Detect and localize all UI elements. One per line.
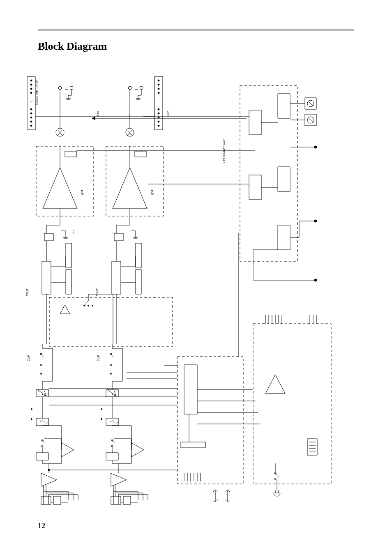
svg-point-89 xyxy=(70,86,73,90)
svg-point-103 xyxy=(30,113,32,114)
svg-point-46 xyxy=(41,373,42,375)
page-rule xyxy=(38,30,354,30)
svg-rect-118 xyxy=(123,496,131,504)
svg-marker-23 xyxy=(62,443,74,457)
svg-rect-64 xyxy=(66,269,71,294)
svg-rect-262 xyxy=(278,225,290,250)
svg-text:…: … xyxy=(157,99,161,103)
svg-line-45 xyxy=(41,354,44,357)
svg-point-323 xyxy=(274,478,276,480)
svg-marker-8 xyxy=(41,473,57,486)
svg-point-129 xyxy=(111,445,113,447)
svg-point-100 xyxy=(30,92,32,94)
svg-text:gnd: gnd xyxy=(81,190,84,195)
svg-point-58 xyxy=(88,305,89,306)
svg-point-105 xyxy=(30,121,32,122)
svg-point-155 xyxy=(111,373,112,375)
svg-point-188 xyxy=(140,86,143,90)
svg-rect-290 xyxy=(253,324,331,484)
svg-point-201 xyxy=(158,108,159,110)
svg-point-141 xyxy=(101,409,102,410)
svg-rect-179 xyxy=(135,151,146,157)
svg-point-32 xyxy=(31,409,32,410)
svg-point-187 xyxy=(128,86,131,90)
svg-text:B ch: B ch xyxy=(166,111,169,117)
svg-point-102 xyxy=(30,108,32,110)
svg-text:9 Point LED + CLIP: 9 Point LED + CLIP xyxy=(222,138,225,163)
svg-point-202 xyxy=(158,113,159,114)
block-diagram: A ch IN ht cld gnd HA HPF ON OFF /40 PHA… xyxy=(25,61,337,513)
svg-rect-62 xyxy=(42,261,51,294)
svg-line-60 xyxy=(84,301,88,306)
svg-line-22 xyxy=(42,440,44,443)
svg-point-104 xyxy=(30,117,32,118)
svg-point-140 xyxy=(101,419,102,420)
svg-text:9 Point LED + CLIP: 9 Point LED + CLIP xyxy=(36,80,39,105)
svg-point-31 xyxy=(31,419,32,420)
page-number: 12 xyxy=(38,522,45,530)
svg-rect-314 xyxy=(307,439,317,455)
svg-point-197 xyxy=(158,84,159,85)
svg-text:…: … xyxy=(30,99,33,103)
svg-point-196 xyxy=(158,80,159,81)
svg-line-322 xyxy=(275,473,279,477)
svg-rect-258 xyxy=(278,94,290,118)
svg-point-43 xyxy=(40,364,42,366)
svg-text:CLIP: CLIP xyxy=(27,355,30,361)
svg-point-205 xyxy=(158,125,159,127)
svg-rect-66 xyxy=(66,243,71,268)
svg-point-282 xyxy=(314,220,317,222)
svg-point-99 xyxy=(30,88,32,90)
svg-point-85 xyxy=(56,128,64,136)
svg-text:CLIP: CLIP xyxy=(97,355,100,361)
svg-rect-7 xyxy=(53,496,61,504)
svg-rect-112 xyxy=(111,496,121,504)
svg-point-152 xyxy=(110,364,112,366)
svg-point-198 xyxy=(158,88,159,90)
svg-point-204 xyxy=(158,121,159,122)
svg-point-97 xyxy=(30,80,32,81)
svg-text:TEMP: TEMP xyxy=(96,288,99,296)
svg-point-88 xyxy=(58,86,62,90)
svg-rect-254 xyxy=(249,110,261,135)
svg-rect-80 xyxy=(65,151,76,157)
svg-text:A ch: A ch xyxy=(97,111,99,117)
svg-marker-132 xyxy=(131,443,144,457)
svg-point-279 xyxy=(314,146,317,148)
svg-rect-260 xyxy=(278,167,290,191)
svg-rect-165 xyxy=(136,243,141,268)
svg-rect-124 xyxy=(106,453,118,460)
svg-rect-208 xyxy=(49,297,173,347)
svg-rect-213 xyxy=(184,365,197,414)
svg-marker-78 xyxy=(43,168,77,209)
svg-point-106 xyxy=(30,125,32,127)
svg-rect-15 xyxy=(36,453,48,460)
svg-text:DC: DC xyxy=(73,230,76,234)
svg-line-154 xyxy=(111,354,113,357)
svg-point-203 xyxy=(158,117,159,118)
svg-rect-27 xyxy=(36,418,48,426)
svg-rect-169 xyxy=(114,233,123,241)
svg-marker-292 xyxy=(265,375,285,394)
svg-marker-53 xyxy=(60,305,70,314)
svg-line-131 xyxy=(112,440,114,443)
svg-point-199 xyxy=(158,92,159,94)
svg-point-20 xyxy=(42,445,43,447)
svg-rect-161 xyxy=(112,261,121,294)
svg-point-98 xyxy=(30,84,32,85)
svg-marker-119 xyxy=(111,473,127,486)
page-title: Block Diagram xyxy=(38,40,107,53)
svg-line-271 xyxy=(308,101,313,106)
svg-text:gnd: gnd xyxy=(150,190,154,195)
svg-point-287 xyxy=(314,279,317,281)
svg-rect-1 xyxy=(41,496,51,504)
svg-rect-240 xyxy=(181,442,205,448)
svg-rect-70 xyxy=(44,233,53,241)
svg-rect-212 xyxy=(178,357,243,484)
svg-line-275 xyxy=(308,117,313,122)
svg-text:TEMP: TEMP xyxy=(26,288,29,296)
svg-rect-136 xyxy=(106,418,118,426)
svg-point-184 xyxy=(126,128,134,136)
svg-marker-177 xyxy=(113,168,147,209)
svg-point-59 xyxy=(92,305,93,306)
